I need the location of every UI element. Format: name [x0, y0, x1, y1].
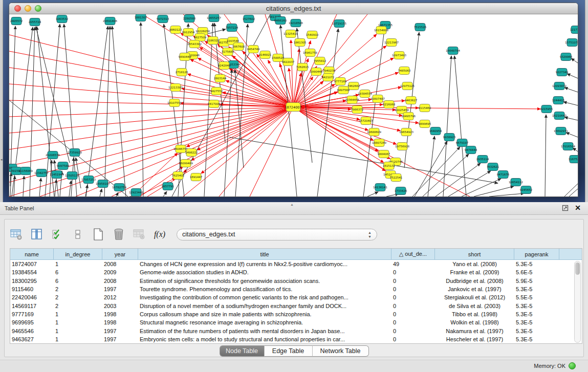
graph-node[interactable]: 15720407: [359, 117, 373, 125]
graph-node[interactable]: 6679197: [456, 139, 469, 147]
graph-node[interactable]: 9474444: [465, 146, 477, 154]
graph-node[interactable]: 1063532: [56, 15, 69, 23]
graph-node[interactable]: 11451944: [50, 171, 64, 179]
close-panel-icon[interactable]: ✕: [575, 204, 581, 212]
table-row[interactable]: 1456911722003Disruption of a novel membe…: [10, 301, 582, 310]
graph-node[interactable]: 16099489: [179, 160, 193, 167]
graph-node[interactable]: 1540910: [306, 31, 319, 39]
graph-node[interactable]: 2867608: [232, 43, 245, 51]
graph-node[interactable]: 12213967: [384, 39, 399, 47]
graph-edge[interactable]: [454, 56, 466, 196]
graph-edge[interactable]: [183, 107, 293, 196]
graph-node[interactable]: 6216068: [383, 101, 396, 108]
graph-edge[interactable]: [229, 69, 293, 107]
graph-node[interactable]: 10719155: [332, 20, 346, 28]
graph-node[interactable]: 9097588: [57, 162, 70, 170]
graph-node[interactable]: 9890448: [179, 53, 191, 61]
graph-node[interactable]: 6497568: [337, 86, 350, 94]
graph-node[interactable]: 1615132: [383, 162, 396, 170]
graph-node[interactable]: 1691447: [190, 173, 203, 181]
graph-node[interactable]: 12093872: [552, 82, 567, 90]
table-row[interactable]: 946554611997Estimation of the future num…: [10, 326, 582, 335]
tab-network-table[interactable]: Network Table: [313, 345, 369, 357]
graph-node[interactable]: 1217743: [570, 26, 578, 34]
graph-node[interactable]: 12975125: [400, 82, 415, 90]
graph-edge[interactable]: [571, 58, 578, 63]
show-columns-icon[interactable]: [30, 228, 43, 241]
graph-edge[interactable]: [50, 160, 52, 196]
column-header-3[interactable]: title: [138, 249, 391, 260]
table-row[interactable]: 1938455462009Genome-wide association stu…: [10, 268, 582, 276]
graph-node[interactable]: 16210643: [552, 112, 567, 120]
graph-node[interactable]: 9115460: [419, 104, 431, 112]
graph-node[interactable]: 18807249: [372, 139, 386, 147]
column-header-5[interactable]: short: [435, 249, 514, 260]
graph-edge[interactable]: [64, 24, 77, 196]
graph-node[interactable]: 16154808: [374, 27, 388, 34]
graph-edge[interactable]: [100, 189, 102, 196]
graph-node[interactable]: 9857791: [162, 183, 175, 190]
graph-node[interactable]: 12342757: [34, 169, 49, 177]
graph-node[interactable]: 7955812: [314, 57, 326, 65]
graph-edge[interactable]: [363, 30, 384, 196]
graph-edge[interactable]: [567, 74, 578, 78]
graph-edge[interactable]: [462, 179, 501, 196]
unselect-rows-icon[interactable]: [71, 228, 84, 241]
graph-edge[interactable]: [10, 26, 15, 186]
citation-graph[interactable]: 2405572 2055724 1063532 20691406 1881307…: [9, 14, 578, 196]
graph-edge[interactable]: [69, 181, 71, 196]
graph-node[interactable]: 16961758: [303, 49, 317, 57]
graph-node[interactable]: 11325419: [284, 30, 298, 38]
graph-node[interactable]: 9227349: [556, 69, 569, 76]
tab-edge-table[interactable]: Edge Table: [264, 345, 313, 357]
graph-node[interactable]: 7632621: [487, 163, 499, 171]
graph-node[interactable]: 2405572: [10, 17, 23, 25]
graph-edge[interactable]: [566, 133, 578, 137]
graph-edge[interactable]: [412, 147, 460, 196]
graph-node[interactable]: 12213383: [168, 84, 183, 92]
graph-node[interactable]: 16958107: [96, 180, 110, 188]
graph-node[interactable]: 1640954: [429, 127, 442, 135]
graph-edge[interactable]: [36, 27, 70, 163]
graph-node[interactable]: 16648784: [446, 47, 460, 55]
graph-node[interactable]: 8466160: [274, 17, 287, 25]
graph-node[interactable]: 1244415: [552, 97, 565, 104]
graph-node[interactable]: 10973493: [392, 52, 406, 59]
graph-node[interactable]: 16782759: [112, 184, 126, 191]
graph-edge[interactable]: [489, 193, 524, 196]
new-table-icon[interactable]: [92, 228, 105, 241]
splitter-grip-icon[interactable]: ▲: [290, 203, 294, 206]
scrollbar-thumb[interactable]: [575, 262, 580, 275]
graph-node[interactable]: 19218586: [289, 19, 303, 27]
graph-node[interactable]: 10688609: [367, 128, 381, 136]
graph-edge[interactable]: [112, 26, 126, 196]
graph-node[interactable]: 17359928: [68, 149, 82, 157]
graph-node[interactable]: 10655257: [207, 14, 221, 22]
table-panel-titlebar[interactable]: Table Panel ▲ ✕: [0, 202, 588, 215]
graph-edge[interactable]: [164, 24, 184, 196]
graph-edge[interactable]: [435, 163, 481, 196]
network-canvas[interactable]: 2405572 2055724 1063532 20691406 1881307…: [9, 14, 578, 196]
graph-node[interactable]: 3175685: [222, 48, 234, 56]
graph-node[interactable]: 15692971: [554, 127, 568, 135]
graph-node[interactable]: 9417006: [208, 100, 221, 108]
graph-node[interactable]: 19654923: [399, 128, 413, 136]
graph-edge[interactable]: [183, 107, 293, 172]
graph-node[interactable]: 8912954: [182, 29, 195, 36]
table-row[interactable]: 2242004622012Investigating the contribut…: [10, 293, 582, 301]
float-panel-icon[interactable]: [562, 205, 569, 211]
graph-edge[interactable]: [367, 192, 378, 196]
graph-edge[interactable]: [563, 102, 578, 105]
graph-node[interactable]: 20206576: [46, 151, 60, 159]
graph-node[interactable]: 1167534: [569, 156, 578, 163]
window-titlebar[interactable]: citations_edges.txt: [9, 3, 578, 14]
graph-node[interactable]: 9777169: [334, 78, 347, 85]
graph-node[interactable]: 1527602: [243, 15, 255, 23]
table-row[interactable]: 1830029562008Estimation of significance …: [10, 277, 582, 285]
table-row[interactable]: 977716911998Corpus callosum shape and si…: [10, 310, 582, 318]
graph-node[interactable]: 9463627: [405, 97, 418, 104]
column-header-1[interactable]: in_degree: [54, 249, 102, 260]
select-all-rows-icon[interactable]: [51, 228, 64, 241]
graph-edge[interactable]: [545, 115, 546, 196]
graph-node[interactable]: 8454749: [247, 46, 260, 53]
